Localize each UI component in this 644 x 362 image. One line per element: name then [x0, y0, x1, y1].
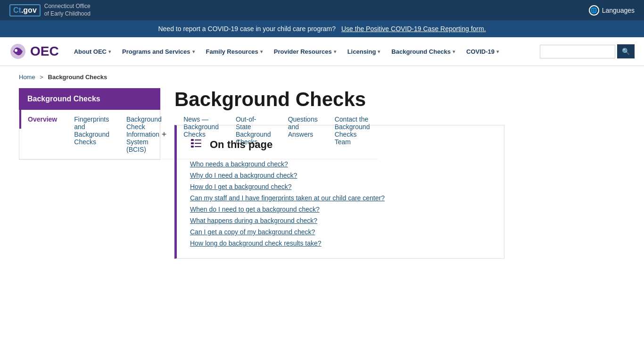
page-title: Background Checks [174, 88, 625, 111]
nav-provider-resources[interactable]: Provider Resources ▾ [268, 37, 342, 66]
anchor-link-3[interactable]: How do I get a background check? [190, 183, 292, 190]
list-item: When do I need to get a background check… [190, 206, 491, 213]
list-icon [190, 137, 203, 153]
chevron-down-icon: ▾ [192, 49, 195, 54]
sidebar-item-bcis: Background Check Information System (BCI… [118, 110, 175, 159]
chevron-down-icon: ▾ [496, 49, 499, 54]
svg-rect-7 [195, 146, 201, 147]
chevron-down-icon: ▾ [378, 49, 380, 54]
chevron-down-icon: ▾ [108, 49, 111, 54]
breadcrumb-home[interactable]: Home [19, 74, 35, 81]
sidebar-title: Background Checks [19, 88, 160, 110]
sidebar-item-fingerprints: Fingerprints and Background Checks [66, 110, 118, 159]
nav-licensing[interactable]: Licensing ▾ [342, 37, 386, 66]
anchor-link-7[interactable]: Can I get a copy of my background check? [190, 228, 315, 236]
ct-gov-logo: Ct.gov [9, 4, 41, 16]
list-item: Can I get a copy of my background check? [190, 228, 491, 236]
svg-rect-5 [195, 143, 201, 144]
agency-name: Connecticut Office of Early Childhood [44, 3, 91, 17]
nav-programs-services[interactable]: Programs and Services ▾ [116, 37, 200, 66]
oec-logo-text: OEC [30, 44, 59, 59]
list-item: Can my staff and I have fingerprints tak… [190, 194, 491, 202]
sidebar-nav: Overview Fingerprints and Background Che… [19, 110, 160, 160]
nav-family-resources[interactable]: Family Resources ▾ [200, 37, 268, 66]
svg-rect-6 [191, 146, 194, 148]
expand-icon: + [162, 130, 167, 140]
sidebar-link-overview[interactable]: Overview [19, 110, 66, 129]
breadcrumb-separator: > [40, 74, 43, 81]
search-area: 🔍 [540, 44, 635, 58]
oec-logo[interactable]: OEC [9, 37, 59, 66]
sidebar-link-fingerprints[interactable]: Fingerprints and Background Checks [66, 110, 118, 151]
breadcrumb: Home > Background Checks [0, 66, 644, 88]
chevron-down-icon: ▾ [453, 49, 455, 54]
sidebar-link-bcis[interactable]: Background Check Information System (BCI… [118, 110, 175, 159]
list-item: How long do background check results tak… [190, 239, 491, 247]
languages-button[interactable]: 🌐 Languages [589, 5, 635, 16]
sidebar: Background Checks Overview Fingerprints … [19, 88, 160, 259]
chevron-down-icon: ▾ [260, 49, 263, 54]
svg-rect-2 [191, 139, 194, 141]
search-button[interactable]: 🔍 [617, 44, 635, 58]
oec-logo-icon [9, 43, 26, 60]
main-content: Background Checks On this page Who need [174, 88, 625, 259]
list-item: Why do I need a background check? [190, 172, 491, 179]
svg-point-1 [15, 49, 17, 52]
svg-rect-4 [191, 142, 194, 144]
main-nav: About OEC ▾ Programs and Services ▾ Fami… [68, 37, 530, 66]
breadcrumb-current: Background Checks [48, 74, 107, 81]
nav-covid19[interactable]: COVID-19 ▾ [461, 37, 504, 66]
main-header: OEC About OEC ▾ Programs and Services ▾ … [0, 37, 644, 66]
list-item: What happens during a background check? [190, 217, 491, 224]
covid-banner: Need to report a COVID-19 case in your c… [0, 20, 644, 37]
anchor-link-1[interactable]: Who needs a background check? [190, 160, 288, 168]
gov-bar: Ct.gov Connecticut Office of Early Child… [0, 0, 644, 20]
on-this-page-box: On this page Who needs a background chec… [174, 125, 504, 259]
on-this-page-title: On this page [210, 139, 272, 151]
nav-about-oec[interactable]: About OEC ▾ [68, 37, 116, 66]
on-this-page-header: On this page [190, 137, 491, 153]
sidebar-item-overview: Overview [19, 110, 66, 159]
content-area: Background Checks Overview Fingerprints … [0, 88, 644, 278]
search-input[interactable] [540, 45, 615, 58]
anchor-link-2[interactable]: Why do I need a background check? [190, 172, 297, 179]
nav-background-checks[interactable]: Background Checks ▾ [386, 37, 461, 66]
covid-reporting-link[interactable]: Use the Positive COVID-19 Case Reporting… [341, 25, 486, 33]
svg-rect-3 [195, 140, 201, 140]
chevron-down-icon: ▾ [334, 49, 336, 54]
list-item: How do I get a background check? [190, 183, 491, 190]
on-this-page-links: Who needs a background check? Why do I n… [190, 160, 491, 247]
anchor-link-8[interactable]: How long do background check results tak… [190, 239, 322, 247]
globe-icon: 🌐 [589, 5, 599, 16]
anchor-link-4[interactable]: Can my staff and I have fingerprints tak… [190, 194, 385, 202]
list-item: Who needs a background check? [190, 160, 491, 168]
anchor-link-6[interactable]: What happens during a background check? [190, 217, 317, 224]
anchor-link-5[interactable]: When do I need to get a background check… [190, 206, 320, 213]
